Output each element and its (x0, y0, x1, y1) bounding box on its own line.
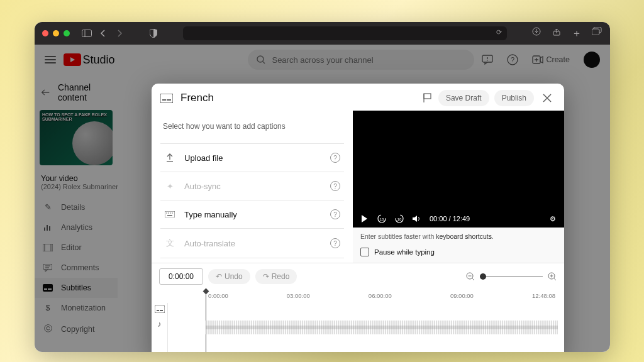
svg-marker-50 (413, 216, 417, 222)
ruler-mark: 0:00:00 (208, 292, 228, 299)
svg-point-42 (168, 212, 169, 214)
save-draft-button[interactable]: Save Draft (438, 90, 489, 106)
shortcut-hint: Enter subtitles faster with keyboard sho… (353, 228, 564, 245)
ruler-mark: 09:00:00 (450, 292, 474, 299)
shield-icon[interactable] (148, 29, 159, 38)
caption-options-panel: Select how you want to add captions Uplo… (152, 111, 353, 263)
zoom-in-icon[interactable] (548, 272, 557, 281)
zoom-slider[interactable] (480, 276, 543, 277)
time-cursor-input[interactable]: 0:00:00 (159, 268, 203, 285)
svg-rect-45 (167, 215, 172, 216)
player-time: 00:00 / 12:49 (430, 215, 470, 222)
option-upload-file[interactable]: Upload file ? (160, 143, 344, 172)
pause-while-typing[interactable]: Pause while typing (353, 245, 564, 263)
help-icon[interactable]: ? (330, 153, 340, 163)
svg-rect-60 (160, 310, 163, 311)
svg-text:10: 10 (380, 217, 384, 221)
option-label: Type manually (184, 210, 237, 219)
tabs-icon[interactable] (591, 27, 602, 40)
sidebar-icon[interactable] (81, 30, 92, 37)
forward-10-icon[interactable]: 10 (394, 214, 404, 224)
browser-chrome: ⟳ ＋ (35, 22, 610, 45)
pause-label: Pause while typing (374, 248, 435, 256)
reload-icon[interactable]: ⟳ (496, 28, 502, 36)
volume-icon[interactable] (412, 215, 422, 222)
option-label: Auto-translate (184, 239, 235, 248)
keyboard-icon (164, 211, 175, 217)
subtitles-icon (160, 94, 173, 103)
traffic-lights[interactable] (42, 30, 70, 36)
audio-track-icon[interactable]: ♪ (157, 319, 162, 329)
modal-header: French Save Draft Publish (152, 84, 564, 111)
gear-icon[interactable]: ⚙ (548, 215, 558, 223)
svg-rect-32 (162, 99, 166, 101)
chevron-right-icon[interactable] (114, 30, 125, 37)
undo-label: Undo (225, 272, 243, 281)
option-auto-translate: 文 Auto-translate ? (160, 228, 344, 258)
ruler-mark: 03:00:00 (287, 292, 310, 299)
svg-rect-40 (165, 211, 175, 217)
svg-rect-0 (82, 30, 92, 37)
option-type-manually[interactable]: Type manually ? (160, 200, 344, 228)
svg-rect-34 (424, 94, 431, 99)
flag-icon[interactable] (422, 92, 433, 104)
option-label: Upload file (184, 153, 223, 163)
help-icon[interactable]: ? (330, 209, 340, 219)
video-player[interactable]: 10 10 00:00 / 12:49 ⚙ (353, 111, 564, 228)
undo-button[interactable]: ↶Undo (208, 269, 250, 284)
svg-point-43 (170, 212, 171, 214)
help-icon[interactable]: ? (330, 181, 340, 191)
rewind-10-icon[interactable]: 10 (377, 214, 387, 224)
timeline-tracks[interactable] (168, 303, 564, 352)
chevron-left-icon[interactable] (97, 30, 109, 37)
translate-icon: 文 (164, 238, 175, 249)
upload-icon (164, 153, 175, 162)
help-icon[interactable]: ? (330, 238, 340, 248)
svg-rect-59 (157, 310, 159, 311)
svg-rect-58 (155, 305, 165, 313)
download-icon[interactable] (531, 27, 542, 40)
subtitles-modal: French Save Draft Publish Select how you… (152, 84, 564, 352)
svg-point-44 (172, 212, 173, 214)
plus-icon[interactable]: ＋ (571, 27, 582, 40)
modal-title: French (180, 92, 214, 104)
zoom-out-icon[interactable] (466, 272, 475, 281)
svg-rect-6 (592, 29, 599, 35)
audio-waveform (206, 321, 558, 334)
address-bar[interactable]: ⟳ (183, 26, 507, 40)
redo-button[interactable]: ↷Redo (255, 269, 297, 284)
svg-text:10: 10 (397, 217, 402, 221)
redo-label: Redo (272, 272, 290, 281)
svg-point-41 (166, 212, 167, 214)
browser-window: ⟳ ＋ Studio Search across your cha (35, 22, 610, 352)
panel-intro: Select how you want to add captions (160, 114, 344, 143)
ruler-mark: 06:00:00 (369, 292, 392, 299)
svg-rect-33 (167, 99, 171, 101)
publish-button[interactable]: Publish (494, 90, 534, 106)
checkbox-icon[interactable] (360, 248, 369, 256)
play-icon[interactable] (359, 215, 369, 222)
time-ruler: 0:00:00 03:00:00 06:00:00 09:00:00 12:48… (152, 290, 564, 303)
share-icon[interactable] (551, 27, 562, 40)
caption-track-icon[interactable] (155, 305, 165, 313)
shortcut-link[interactable]: keyboard shortcuts (436, 233, 492, 240)
timeline-panel: 0:00:00 ↶Undo ↷Redo 0:00:00 03:00:00 06:… (152, 263, 564, 352)
sync-icon: ✦ (164, 182, 175, 191)
option-label: Auto-sync (184, 182, 221, 191)
svg-rect-31 (160, 94, 173, 103)
svg-line-53 (472, 278, 474, 280)
ruler-mark: 12:48:08 (532, 292, 555, 299)
player-controls: 10 10 00:00 / 12:49 ⚙ (353, 210, 564, 228)
option-auto-sync: ✦ Auto-sync ? (160, 172, 344, 200)
svg-line-57 (554, 278, 556, 280)
close-icon[interactable] (539, 90, 555, 106)
